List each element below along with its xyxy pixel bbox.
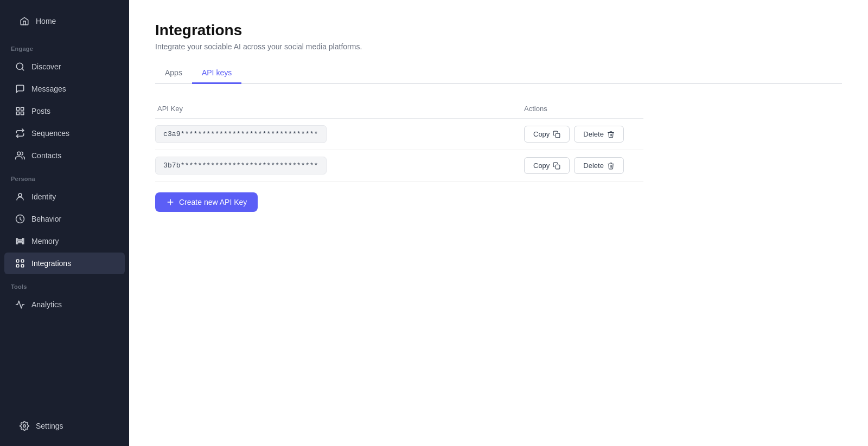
copy-button[interactable]: Copy (524, 157, 570, 174)
sidebar-item-analytics[interactable]: Analytics (4, 294, 125, 315)
sidebar-item-home[interactable]: Home (9, 10, 120, 32)
behavior-icon (15, 214, 25, 224)
sidebar-item-sequences[interactable]: Sequences (4, 122, 125, 144)
svg-rect-22 (556, 165, 560, 169)
table-header: API Key Actions (155, 99, 643, 119)
svg-rect-11 (18, 242, 23, 243)
api-key-col: 3b7b******************************** (155, 157, 524, 174)
svg-rect-16 (16, 260, 19, 262)
sidebar-item-posts-label: Posts (31, 107, 50, 115)
contacts-icon (15, 151, 25, 160)
copy-button[interactable]: Copy (524, 126, 570, 143)
messages-icon (15, 84, 25, 94)
svg-line-1 (22, 68, 23, 70)
identity-icon (15, 192, 25, 202)
copy-label: Copy (533, 130, 550, 138)
settings-icon (20, 421, 29, 431)
delete-label: Delete (583, 161, 604, 170)
sidebar-item-behavior-label: Behavior (31, 215, 61, 223)
svg-rect-5 (16, 112, 19, 115)
sidebar-item-messages[interactable]: Messages (4, 78, 125, 100)
svg-point-20 (23, 425, 26, 428)
sidebar-section-persona: Persona Identity Behavior (0, 167, 129, 275)
api-key-col: c3a9******************************** (155, 125, 524, 143)
api-key-value: c3a9******************************** (155, 125, 327, 143)
tab-apps[interactable]: Apps (155, 64, 192, 84)
sidebar-item-integrations-label: Integrations (31, 259, 71, 268)
home-icon (20, 16, 29, 26)
create-api-key-label: Create new API Key (179, 198, 247, 206)
sidebar-item-discover-label: Discover (31, 62, 61, 71)
sidebar-item-identity[interactable]: Identity (4, 186, 125, 208)
tabs-container: Apps API keys (155, 64, 842, 84)
sidebar-item-contacts[interactable]: Contacts (4, 145, 125, 166)
table-row: 3b7b******************************** Cop… (155, 150, 643, 182)
sidebar-item-contacts-label: Contacts (31, 151, 61, 160)
sidebar-section-engage: Engage Discover Messages Pos (0, 37, 129, 167)
svg-rect-18 (16, 264, 19, 267)
svg-rect-19 (21, 264, 24, 267)
main-content: Integrations Integrate your sociable AI … (129, 0, 868, 446)
sidebar-item-integrations[interactable]: Integrations (4, 253, 125, 274)
sidebar-item-posts[interactable]: Posts (4, 100, 125, 122)
svg-rect-21 (556, 133, 560, 138)
delete-button[interactable]: Delete (574, 126, 624, 143)
svg-rect-4 (21, 112, 24, 115)
page-subtitle: Integrate your sociable AI across your s… (155, 42, 842, 51)
sidebar-item-settings-label: Settings (36, 422, 63, 430)
sidebar-section-tools: Tools Analytics (0, 275, 129, 316)
table-row: c3a9******************************** Cop… (155, 119, 643, 150)
sidebar-item-behavior[interactable]: Behavior (4, 208, 125, 230)
discover-icon (15, 62, 25, 72)
sidebar-item-sequences-label: Sequences (31, 129, 69, 138)
api-keys-table: API Key Actions c3a9********************… (155, 99, 643, 212)
svg-rect-3 (21, 107, 24, 110)
api-key-value: 3b7b******************************** (155, 157, 327, 174)
svg-point-6 (17, 152, 21, 155)
create-api-key-button[interactable]: Create new API Key (155, 192, 258, 212)
sidebar-item-identity-label: Identity (31, 192, 56, 201)
delete-label: Delete (583, 130, 604, 138)
svg-rect-17 (21, 260, 24, 262)
copy-icon (553, 162, 560, 170)
table-row-actions: Copy Delete (524, 126, 643, 143)
persona-section-label: Persona (0, 167, 129, 185)
trash-icon (607, 162, 615, 170)
sidebar-item-memory[interactable]: Memory (4, 230, 125, 252)
col-key-header: API Key (155, 105, 524, 113)
trash-icon (607, 131, 615, 138)
svg-point-7 (18, 193, 22, 197)
col-actions-header: Actions (524, 105, 643, 113)
tools-section-label: Tools (0, 275, 129, 293)
copy-icon (553, 131, 560, 138)
delete-button[interactable]: Delete (574, 157, 624, 174)
sequences-icon (15, 128, 25, 138)
sidebar-item-discover[interactable]: Discover (4, 56, 125, 77)
posts-icon (15, 106, 25, 116)
sidebar-item-settings[interactable]: Settings (9, 415, 120, 437)
analytics-icon (15, 300, 25, 309)
page-title: Integrations (155, 22, 842, 39)
integrations-icon (15, 258, 25, 268)
svg-rect-2 (16, 107, 19, 110)
memory-icon (15, 236, 25, 246)
svg-rect-10 (18, 240, 23, 241)
tab-api-keys[interactable]: API keys (192, 64, 241, 84)
sidebar-item-messages-label: Messages (31, 85, 66, 93)
copy-label: Copy (533, 161, 550, 170)
sidebar-item-memory-label: Memory (31, 237, 59, 245)
sidebar: Home Engage Discover Messages (0, 0, 129, 446)
plus-icon (166, 198, 175, 206)
sidebar-item-analytics-label: Analytics (31, 300, 62, 309)
sidebar-item-home-label: Home (36, 17, 56, 25)
engage-section-label: Engage (0, 37, 129, 55)
table-row-actions: Copy Delete (524, 157, 643, 174)
